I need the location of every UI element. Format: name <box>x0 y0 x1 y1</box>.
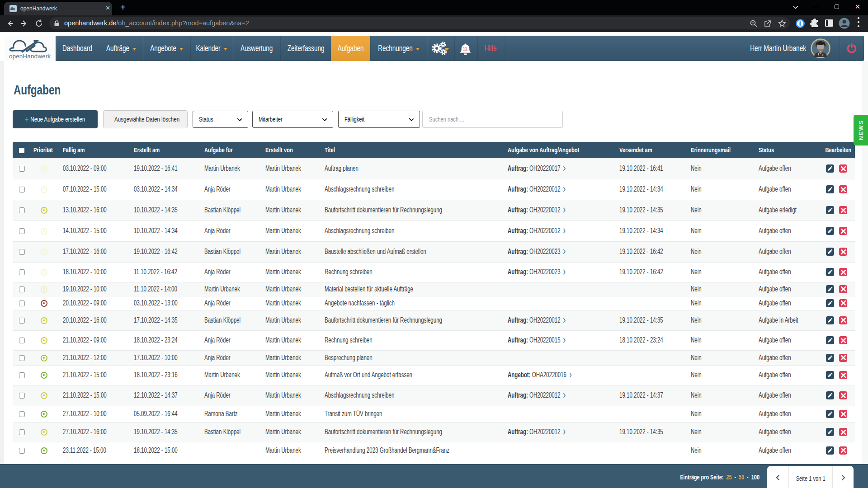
svg-text:11: 11 <box>463 47 468 52</box>
svg-text:openHandwerk: openHandwerk <box>9 53 51 60</box>
